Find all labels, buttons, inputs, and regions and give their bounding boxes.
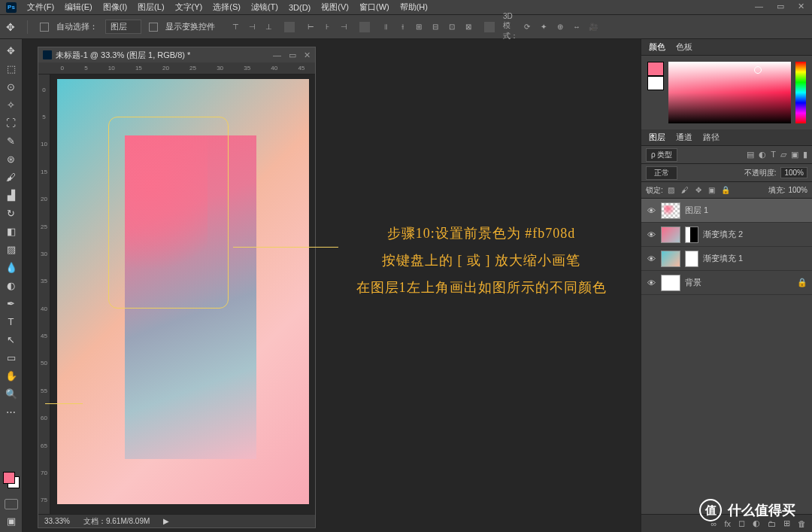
distribute-icon[interactable]: ⊠ <box>463 22 474 32</box>
filter-type-dropdown[interactable]: ρ 类型 <box>646 148 677 162</box>
align-bottom-icon[interactable]: ⊥ <box>263 22 274 32</box>
maximize-button[interactable]: ▭ <box>774 2 787 11</box>
quick-mask-button[interactable] <box>5 499 18 509</box>
canvas[interactable] <box>57 79 309 504</box>
hand-tool[interactable]: ✋ <box>3 369 20 382</box>
filter-adjust-icon[interactable]: ◐ <box>759 150 766 160</box>
eyedropper-tool[interactable]: ✎ <box>3 134 20 147</box>
shape-tool[interactable]: ▭ <box>3 351 20 364</box>
stamp-tool[interactable]: ▟ <box>3 188 20 202</box>
color-spectrum[interactable] <box>668 62 791 123</box>
marquee-tool[interactable]: ⬚ <box>3 62 20 75</box>
blur-tool[interactable]: 💧 <box>3 260 20 274</box>
menu-help[interactable]: 帮助(H) <box>400 2 428 13</box>
zoom-level[interactable]: 33.33% <box>44 517 70 525</box>
layer-name[interactable]: 渐变填充 2 <box>703 229 743 240</box>
mode-3d-icon[interactable]: 🎥 <box>588 22 598 32</box>
eraser-tool[interactable]: ◧ <box>3 224 20 238</box>
lock-artboard-icon[interactable]: ▣ <box>707 186 717 194</box>
layer-item[interactable]: 👁 渐变填充 2 <box>641 223 812 247</box>
filter-type-icon[interactable]: T <box>771 150 776 160</box>
menu-3d[interactable]: 3D(D) <box>289 3 311 12</box>
align-center-icon[interactable]: ⊦ <box>322 22 332 32</box>
more-tool[interactable]: ⋯ <box>3 405 20 418</box>
align-top-icon[interactable]: ⊤ <box>230 22 241 32</box>
doc-minimize-button[interactable]: — <box>273 50 281 60</box>
menu-layer[interactable]: 图层(L) <box>138 2 164 13</box>
foreground-color-swatch[interactable] <box>3 472 15 484</box>
bg-color[interactable] <box>647 76 664 90</box>
tab-swatches[interactable]: 色板 <box>676 41 692 53</box>
menu-view[interactable]: 视图(V) <box>321 2 349 13</box>
layer-thumbnail[interactable] <box>661 226 680 243</box>
spectrum-cursor[interactable] <box>754 66 762 74</box>
status-arrow-icon[interactable]: ▶ <box>163 517 169 525</box>
lock-all-icon[interactable]: 🔒 <box>720 186 731 194</box>
crop-tool[interactable]: ⛶ <box>3 116 20 129</box>
mode-3d-icon[interactable]: ⟳ <box>522 22 532 32</box>
layer-item[interactable]: 👁 图层 1 <box>641 199 812 223</box>
minimize-button[interactable]: — <box>752 2 766 11</box>
visibility-icon[interactable]: 👁 <box>646 254 656 263</box>
layer-thumbnail[interactable] <box>661 251 680 267</box>
document-titlebar[interactable]: 未标题-1 @ 33.3% (图层 1, RGB/8) * — ▭ ✕ <box>38 47 315 62</box>
opacity-input[interactable]: 100% <box>780 167 807 178</box>
filter-shape-icon[interactable]: ▱ <box>780 150 786 160</box>
zoom-tool[interactable]: 🔍 <box>3 387 20 400</box>
tab-layers[interactable]: 图层 <box>649 132 665 143</box>
menu-image[interactable]: 图像(I) <box>103 2 127 13</box>
menu-type[interactable]: 文字(Y) <box>175 2 203 13</box>
distribute-v-icon[interactable]: ⫲ <box>397 22 408 32</box>
align-right-icon[interactable]: ⊣ <box>338 22 349 32</box>
distribute-icon[interactable]: ⊟ <box>430 22 441 32</box>
menu-filter[interactable]: 滤镜(T) <box>251 2 278 13</box>
distribute-h-icon[interactable]: ⫴ <box>380 22 391 32</box>
menu-edit[interactable]: 编辑(E) <box>65 2 92 13</box>
visibility-icon[interactable]: 👁 <box>646 278 656 287</box>
doc-close-button[interactable]: ✕ <box>304 50 311 60</box>
screen-mode-button[interactable]: ▣ <box>3 514 20 527</box>
pen-tool[interactable]: ✒ <box>3 296 20 310</box>
layer-thumbnail[interactable] <box>661 202 680 219</box>
layer-name[interactable]: 渐变填充 1 <box>703 253 743 264</box>
auto-select-dropdown[interactable]: 图层 <box>105 20 141 34</box>
type-tool[interactable]: T <box>3 315 20 328</box>
show-transform-checkbox[interactable] <box>149 23 158 32</box>
hue-slider[interactable] <box>795 62 806 123</box>
distribute-icon[interactable]: ⊡ <box>447 22 457 32</box>
filter-smart-icon[interactable]: ▣ <box>791 150 798 160</box>
align-middle-icon[interactable]: ⊣ <box>247 22 257 32</box>
healing-tool[interactable]: ⊛ <box>3 152 20 166</box>
canvas-area[interactable] <box>50 74 315 514</box>
lock-transparent-icon[interactable]: ▨ <box>666 186 677 194</box>
layer-name[interactable]: 图层 1 <box>685 205 708 216</box>
tab-color[interactable]: 颜色 <box>649 41 665 53</box>
move-tool[interactable]: ✥ <box>3 44 20 57</box>
ruler-vertical[interactable]: 051015202530354045505560657075 <box>38 74 50 514</box>
fg-color[interactable] <box>647 62 664 76</box>
filter-pixel-icon[interactable]: ▤ <box>747 150 754 160</box>
mode-3d-icon[interactable]: ✦ <box>538 22 549 32</box>
layer-item[interactable]: 👁 渐变填充 1 <box>641 247 812 271</box>
layer-mask[interactable] <box>685 251 698 267</box>
delete-layer-icon[interactable]: 🗑 <box>798 519 806 528</box>
blend-mode-dropdown[interactable]: 正常 <box>646 166 677 180</box>
doc-maximize-button[interactable]: ▭ <box>289 50 296 60</box>
visibility-icon[interactable]: 👁 <box>646 230 656 239</box>
layer-item[interactable]: 👁 背景 🔒 <box>641 271 812 295</box>
fill-input[interactable]: 100% <box>788 186 807 194</box>
menu-window[interactable]: 窗口(W) <box>359 2 389 13</box>
color-swatch[interactable] <box>3 472 20 488</box>
ruler-horizontal[interactable]: 051015202530354045 <box>38 62 315 74</box>
menu-select[interactable]: 选择(S) <box>213 2 241 13</box>
history-brush-tool[interactable]: ↻ <box>3 206 20 220</box>
lock-position-icon[interactable]: ✥ <box>693 186 704 194</box>
align-left-icon[interactable]: ⊢ <box>305 22 316 32</box>
layer-name[interactable]: 背景 <box>685 277 701 288</box>
color-current[interactable] <box>647 62 664 90</box>
mode-3d-icon[interactable]: ⊕ <box>555 22 565 32</box>
magic-wand-tool[interactable]: ✧ <box>3 98 20 111</box>
path-tool[interactable]: ↖ <box>3 333 20 346</box>
mode-3d-icon[interactable]: ↔ <box>571 22 582 32</box>
tab-channels[interactable]: 通道 <box>676 132 692 143</box>
